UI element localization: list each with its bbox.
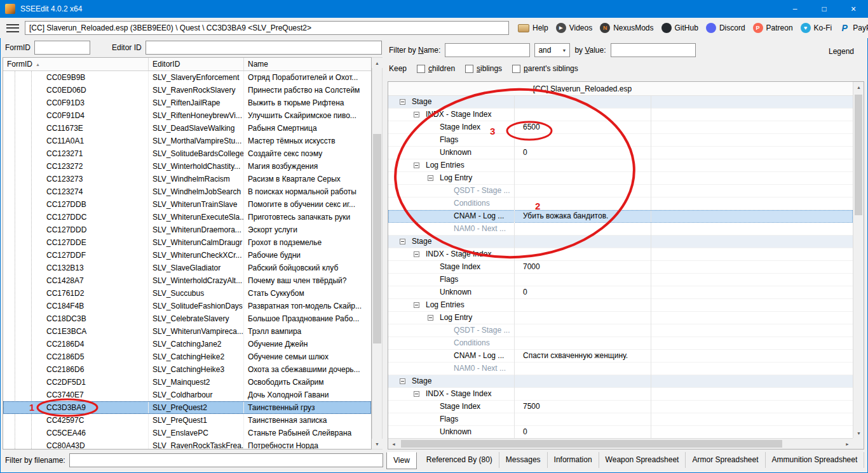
scrollbar-thumb[interactable]: [373, 134, 381, 343]
record-row[interactable]: Stage: [388, 96, 853, 109]
minimize-button[interactable]: –: [780, 0, 810, 18]
collapse-icon[interactable]: [414, 391, 419, 397]
record-value[interactable]: 0: [520, 147, 853, 159]
record-row[interactable]: Stage Index6500: [388, 121, 853, 134]
tab-messages[interactable]: Messages: [499, 452, 548, 468]
table-row[interactable]: CC2186D4SLV_CatchingJane2Обучение Джейн: [3, 338, 371, 350]
collapse-icon[interactable]: [428, 315, 433, 321]
table-row[interactable]: CC1761D2SLV_SuccubusСтать Суккубом: [3, 287, 371, 300]
table-row[interactable]: CC0F91D3SLV_RiftenJailRapeВыжить в тюрьм…: [3, 97, 371, 109]
record-row[interactable]: Flags: [388, 274, 853, 286]
record-row[interactable]: Stage Index7000: [388, 261, 853, 274]
record-row[interactable]: Unknown0: [388, 147, 853, 159]
record-vertical-scrollbar[interactable]: ▲ ▼: [853, 82, 864, 438]
tab-view[interactable]: View: [386, 452, 417, 469]
record-row[interactable]: INDX - Stage Index: [388, 388, 853, 401]
table-row[interactable]: CC1E3BCASLV_WhiterunVampireca...Трэлл ва…: [3, 325, 371, 338]
table-row[interactable]: CC184F4BSLV_SolitudeFashionDaysРазвратна…: [3, 300, 371, 312]
scroll-up-icon[interactable]: ▲: [853, 82, 864, 92]
record-horizontal-scrollbar[interactable]: ◄ ►: [388, 438, 853, 449]
table-row[interactable]: CC42597CSLV_PreQuest1Таинственная записк…: [3, 414, 371, 427]
plugin-column-header[interactable]: [CC] Slaverun_Reloaded.esp: [514, 82, 651, 96]
record-row[interactable]: Flags: [388, 413, 853, 426]
table-row[interactable]: CC11673ESLV_DeadSlaveWalkingРабыня Смерт…: [3, 122, 371, 135]
record-value[interactable]: Спасти схваченную женщину.: [520, 350, 853, 362]
table-row[interactable]: CC127DDFSLV_WhiterunCheckXCr...Рабочие б…: [3, 249, 371, 262]
record-row[interactable]: QSDT - Stage ...: [388, 185, 853, 197]
filename-filter-input[interactable]: [69, 453, 383, 467]
filter-by-value-input[interactable]: [611, 43, 696, 57]
table-row[interactable]: CC1428A7SLV_WinterholdCrazyAlt...Почему …: [3, 274, 371, 287]
videos-link[interactable]: ▶Videos: [556, 23, 592, 33]
record-row[interactable]: Log Entry: [388, 172, 853, 185]
table-row[interactable]: CC127DDESLV_WhiterunCalmDraugrГрохот в п…: [3, 236, 371, 249]
record-row[interactable]: INDX - Stage Index: [388, 248, 853, 261]
record-value[interactable]: 0: [520, 286, 853, 298]
record-value[interactable]: 6500: [520, 121, 853, 133]
record-row[interactable]: Log Entries: [388, 299, 853, 312]
record-row[interactable]: Unknown0: [388, 426, 853, 438]
column-header-editorid[interactable]: EditorID: [149, 58, 244, 70]
collapse-icon[interactable]: [414, 163, 419, 168]
scroll-down-icon[interactable]: ▼: [372, 439, 383, 449]
record-value[interactable]: Убить вожака бандитов.: [520, 210, 853, 222]
record-row[interactable]: Unknown0: [388, 286, 853, 299]
collapse-icon[interactable]: [414, 112, 419, 117]
record-row[interactable]: INDX - Stage Index: [388, 109, 853, 121]
record-row[interactable]: Stage Index7500: [388, 401, 853, 413]
tab-what-s-new[interactable]: What's New: [864, 452, 868, 468]
table-row[interactable]: CC0E9B9BSLV_SlaveryEnforcementОтряд Пора…: [3, 71, 371, 84]
close-button[interactable]: ×: [839, 0, 868, 18]
scroll-down-icon[interactable]: ▼: [853, 428, 864, 438]
keep-siblings-checkbox[interactable]: siblings: [465, 64, 502, 73]
patreon-link[interactable]: PPatreon: [753, 23, 793, 33]
formid-input[interactable]: [34, 41, 90, 55]
collapse-icon[interactable]: [428, 175, 433, 181]
record-row[interactable]: Log Entries: [388, 159, 853, 172]
collapse-icon[interactable]: [400, 99, 405, 105]
and-dropdown[interactable]: and ▼: [534, 43, 570, 57]
table-row[interactable]: CC80A43DSLV_RavenRockTaskFrea...Потребно…: [3, 439, 371, 450]
column-header-formid[interactable]: FormID ▲: [3, 58, 149, 70]
scroll-up-icon[interactable]: ▲: [372, 58, 383, 68]
table-row[interactable]: CC127DDDSLV_WhiterunDraemora...Эскорт ус…: [3, 223, 371, 236]
table-row[interactable]: CC123273SLV_WindhelmRacismРасизм в Кварт…: [3, 173, 371, 185]
record-row[interactable]: CNAM - Log ...Спасти схваченную женщину.: [388, 350, 853, 363]
table-row[interactable]: CC2186D6SLV_CatchingHeike3Охота за сбежа…: [3, 363, 371, 376]
record-row[interactable]: Stage: [388, 375, 853, 388]
table-row[interactable]: CC127DDCSLV_WhiterunExecuteSla...Пригото…: [3, 211, 371, 223]
table-row[interactable]: CC2DF5D1SLV_Mainquest2Освободить Скайрим: [3, 376, 371, 389]
collapse-icon[interactable]: [414, 251, 419, 257]
record-row[interactable]: NAM0 - Next ...: [388, 223, 853, 236]
record-row[interactable]: Flags: [388, 134, 853, 147]
table-row[interactable]: CC123274SLV_WindhelmJobSearchВ поисках н…: [3, 185, 371, 198]
paypal-link[interactable]: PPayPal: [839, 23, 868, 33]
legend-link[interactable]: Legend: [829, 47, 854, 56]
record-row[interactable]: Conditions: [388, 337, 853, 350]
kofi-link[interactable]: ♥Ko-Fi: [801, 23, 832, 33]
scroll-right-icon[interactable]: ►: [842, 439, 853, 449]
table-row[interactable]: CC123272SLV_WinterholdChastity...Магия в…: [3, 160, 371, 173]
record-value[interactable]: 0: [520, 426, 853, 438]
table-row[interactable]: CC2186D5SLV_CatchingHeike2Обучение семьи…: [3, 350, 371, 363]
column-header-name[interactable]: Name: [244, 58, 371, 70]
breadcrumb[interactable]: [25, 21, 509, 35]
collapse-icon[interactable]: [400, 378, 405, 384]
table-row[interactable]: CC11A0A1SLV_MorthalVampireStu...Мастер т…: [3, 135, 371, 147]
table-row[interactable]: CC5CEA46SLV_EnslavePCСтаньте Рабыней Сле…: [3, 427, 371, 439]
nexusmods-link[interactable]: NNexusMods: [600, 23, 653, 33]
record-row[interactable]: NAM0 - Next ...: [388, 363, 853, 375]
filter-by-name-input[interactable]: [445, 43, 530, 57]
table-row[interactable]: CC127DDBSLV_WhiterunTrainSlaveПомогите в…: [3, 198, 371, 211]
scroll-left-icon[interactable]: ◄: [388, 439, 399, 449]
keep-children-checkbox[interactable]: children: [417, 64, 455, 73]
table-row[interactable]: CC0ED06DSLV_RavenRockSlaveryПринести раб…: [3, 84, 371, 97]
scrollbar-thumb[interactable]: [855, 95, 862, 215]
left-table-scrollbar[interactable]: ▲ ▼: [372, 57, 383, 450]
discord-link[interactable]: Discord: [706, 23, 745, 33]
table-row[interactable]: CC123271SLV_SolitudeBardsCollegeСоздайте…: [3, 147, 371, 160]
github-link[interactable]: GitHub: [661, 23, 698, 33]
table-row[interactable]: CC3740E7SLV_ColdharbourДочь Холодной Гав…: [3, 389, 371, 401]
scrollbar-thumb[interactable]: [401, 440, 782, 448]
record-row[interactable]: Log Entry: [388, 312, 853, 324]
